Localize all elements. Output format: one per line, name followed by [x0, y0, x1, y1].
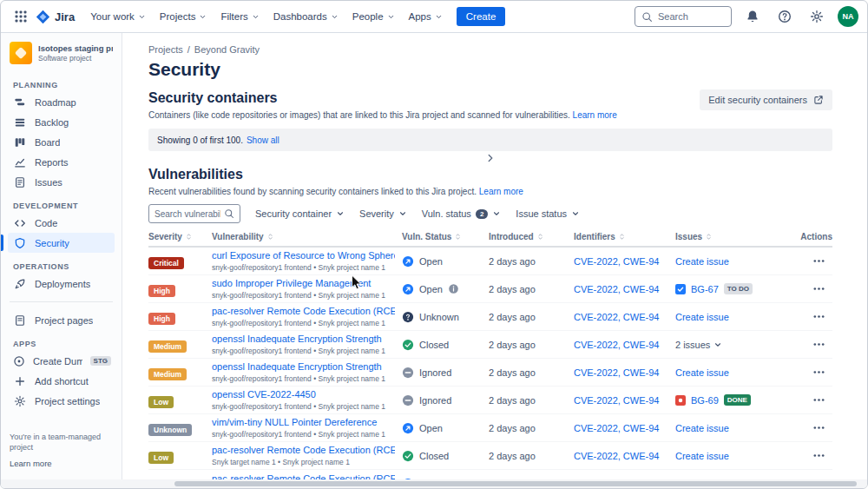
create-issue-link[interactable]: Create issue — [675, 256, 729, 267]
nav-item-people[interactable]: People — [345, 6, 402, 27]
identifiers-link[interactable]: CVE-2022, CWE-94 — [574, 451, 675, 461]
board-icon — [13, 136, 27, 149]
help-icon — [778, 10, 792, 23]
vulnerability-row: Mediumopenssl Inadequate Encryption Stre… — [148, 331, 832, 359]
global-search[interactable] — [635, 6, 732, 27]
vulnerabilities-table: SeverityVulnerabilityVuln. StatusIntrodu… — [148, 232, 832, 489]
notifications-button[interactable] — [741, 5, 764, 28]
status-label: Open — [419, 284, 443, 294]
column-header-actions: Actions — [795, 232, 834, 241]
sidebar-section-label: APPS — [8, 340, 115, 348]
more-options-button[interactable] — [812, 393, 825, 406]
edit-security-containers-button[interactable]: Edit security containers — [700, 89, 832, 110]
sort-icon[interactable] — [705, 233, 713, 241]
vulnerability-title-link[interactable]: vim/vim-tiny NULL Pointer Dereference — [212, 417, 395, 428]
identifiers-link[interactable]: CVE-2022, CWE-94 — [574, 340, 675, 350]
nav-item-dashboards[interactable]: Dashboards — [266, 6, 345, 27]
vulnerability-title-link[interactable]: sudo Improper Privilege Management — [212, 278, 395, 289]
roadmap-icon — [13, 96, 27, 109]
filter-vuln-status-dropdown[interactable]: Vuln. status2 — [422, 208, 502, 219]
project-type: Software project — [38, 54, 113, 63]
issue-key-link[interactable]: BG-67 — [691, 284, 719, 294]
info-icon[interactable] — [448, 283, 459, 294]
sort-icon[interactable] — [454, 233, 462, 241]
sort-icon[interactable] — [536, 233, 544, 241]
sidebar-item-backlog[interactable]: Backlog — [8, 112, 115, 132]
create-button[interactable]: Create — [457, 7, 506, 26]
vulnerability-title-link[interactable]: openssl Inadequate Encryption Strength — [212, 361, 395, 373]
nav-item-projects[interactable]: Projects — [153, 6, 214, 27]
nav-item-your-work[interactable]: Your work — [83, 6, 153, 27]
create-issue-link[interactable]: Create issue — [675, 423, 729, 433]
horizontal-scrollbar-thumb[interactable] — [174, 481, 857, 486]
identifiers-link[interactable]: CVE-2022, CWE-94 — [574, 312, 675, 322]
sidebar-item-project-pages[interactable]: Project pages — [8, 310, 115, 330]
sidebar-item-reports[interactable]: Reports — [8, 152, 115, 172]
learn-more-link[interactable]: Learn more — [10, 459, 115, 470]
sort-icon[interactable] — [185, 233, 193, 241]
show-all-link[interactable]: Show all — [247, 135, 279, 145]
issue-status-lozenge: DONE — [724, 394, 751, 406]
more-options-button[interactable] — [812, 449, 825, 462]
chevron-down-icon — [387, 13, 395, 21]
filter-security-container-dropdown[interactable]: Security container — [255, 208, 345, 219]
vulnerabilities-search[interactable] — [148, 204, 240, 223]
sidebar-item-create-dummy[interactable]: Create Dummy ...STG — [8, 351, 115, 371]
global-search-input[interactable] — [658, 11, 725, 22]
vuln-table-header: SeverityVulnerabilityVuln. StatusIntrodu… — [148, 232, 832, 248]
containers-learn-more-link[interactable]: Learn more — [573, 110, 617, 120]
identifiers-link[interactable]: CVE-2022, CWE-94 — [574, 395, 675, 406]
settings-button[interactable] — [806, 5, 828, 28]
app-switcher-button[interactable] — [10, 5, 32, 28]
vulnerability-title-link[interactable]: curl Exposure of Resource to Wrong Spher… — [212, 250, 395, 261]
code-icon — [13, 217, 27, 229]
sort-icon[interactable] — [266, 233, 274, 241]
sidebar-item-code[interactable]: Code — [8, 213, 115, 233]
vulnerability-title-link[interactable]: openssl Inadequate Encryption Strength — [212, 334, 395, 345]
sidebar-item-issues[interactable]: Issues — [8, 172, 115, 192]
chevron-down-icon — [336, 209, 345, 218]
jira-logo[interactable]: Jira — [36, 10, 75, 24]
identifiers-link[interactable]: CVE-2022, CWE-94 — [574, 423, 675, 433]
sidebar-item-project-settings[interactable]: Project settings — [8, 391, 115, 411]
vulnerability-title-link[interactable]: pac-resolver Remote Code Execution (RCE) — [212, 445, 395, 456]
column-header-introduced: Introduced — [489, 232, 574, 241]
identifiers-link[interactable]: CVE-2022, CWE-94 — [574, 284, 675, 294]
breadcrumb-projects[interactable]: Projects — [148, 44, 183, 55]
sort-icon[interactable] — [618, 233, 626, 241]
identifiers-link[interactable]: CVE-2022, CWE-94 — [574, 367, 675, 378]
more-options-button[interactable] — [812, 366, 825, 379]
identifiers-link[interactable]: CVE-2022, CWE-94 — [574, 256, 675, 267]
sidebar-item-security[interactable]: Security — [8, 233, 115, 253]
issue-key-link[interactable]: BG-69 — [691, 395, 719, 406]
linked-issues-count[interactable]: 2 issues — [675, 340, 722, 350]
vulnerability-row: Lowopenssl CVE-2022-4450snyk-goof/reposi… — [148, 387, 832, 414]
more-options-button[interactable] — [812, 310, 825, 323]
nav-item-apps[interactable]: Apps — [402, 6, 450, 27]
create-issue-link[interactable]: Create issue — [675, 451, 729, 461]
vulnerabilities-learn-more-link[interactable]: Learn more — [479, 187, 523, 196]
filter-issue-status-dropdown[interactable]: Issue status — [516, 208, 580, 219]
filter-severity-dropdown[interactable]: Severity — [359, 208, 407, 219]
vulnerabilities-search-input[interactable] — [155, 209, 220, 219]
user-avatar[interactable]: NA — [838, 6, 858, 27]
sidebar-item-add-shortcut[interactable]: Add shortcut — [8, 371, 115, 391]
nav-item-filters[interactable]: Filters — [214, 6, 266, 27]
sidebar-item-board[interactable]: Board — [8, 132, 115, 152]
more-options-button[interactable] — [812, 282, 825, 295]
vulnerability-title-link[interactable]: pac-resolver Remote Code Execution (RCE) — [212, 306, 395, 317]
issues-cell: BG-67TO DO — [675, 283, 795, 294]
breadcrumb-project-name[interactable]: Beyond Gravity — [194, 44, 260, 55]
carousel-next-button[interactable] — [148, 152, 832, 165]
jira-logo-icon — [36, 10, 50, 24]
backlog-icon — [13, 116, 27, 129]
more-options-button[interactable] — [812, 338, 825, 351]
vulnerability-title-link[interactable]: openssl CVE-2022-4450 — [212, 389, 395, 400]
more-options-button[interactable] — [812, 254, 825, 268]
help-button[interactable] — [773, 5, 796, 28]
sidebar-item-roadmap[interactable]: Roadmap — [8, 92, 115, 112]
create-issue-link[interactable]: Create issue — [675, 367, 729, 378]
more-options-button[interactable] — [812, 421, 825, 434]
create-issue-link[interactable]: Create issue — [675, 312, 729, 322]
sidebar-item-deployments[interactable]: Deployments — [8, 274, 115, 294]
